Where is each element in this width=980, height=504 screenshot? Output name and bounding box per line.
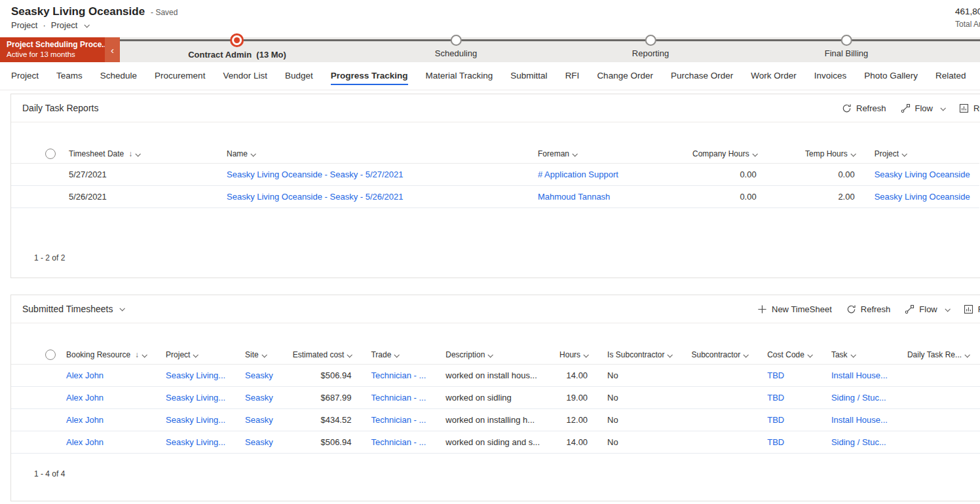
tab-invoices[interactable]: Invoices (814, 62, 847, 90)
column-header-task[interactable]: Task (821, 346, 897, 364)
link-foreman[interactable]: # Application Support (538, 170, 618, 179)
tab-related[interactable]: Related (935, 62, 966, 90)
refresh-icon (842, 103, 852, 113)
column-header-estimated-cost[interactable]: Estimated cost (282, 346, 361, 364)
column-header-trade[interactable]: Trade (360, 346, 435, 364)
link-project[interactable]: Seasky Living Oceanside (875, 170, 970, 179)
process-stage-contract-admin-13-mo[interactable]: Contract Admin (13 Mo) (188, 33, 286, 60)
link-trade[interactable]: Technician - ... (371, 370, 426, 380)
tab-schedule[interactable]: Schedule (100, 62, 137, 90)
link-project[interactable]: Seasky Living... (166, 437, 225, 447)
link-task[interactable]: Siding / Stuc... (831, 393, 886, 403)
row-select-cell[interactable] (11, 408, 56, 431)
tab-progress-tracking[interactable]: Progress Tracking (331, 62, 408, 90)
link-task[interactable]: Siding / Stuc... (831, 437, 886, 447)
table-row[interactable]: 5/26/2021Seasky Living Oceanside - Seask… (11, 185, 979, 207)
tab-change-order[interactable]: Change Order (597, 62, 653, 90)
link-task[interactable]: Install House... (831, 370, 888, 380)
link-project[interactable]: Seasky Living... (166, 415, 225, 425)
tab-project[interactable]: Project (11, 62, 39, 90)
process-stage-scheduling[interactable]: Scheduling (435, 35, 477, 58)
link-booking-resource[interactable]: Alex John (66, 415, 104, 425)
column-header-hours[interactable]: Hours (549, 346, 597, 364)
tab-submittal[interactable]: Submittal (510, 62, 547, 90)
tab-work-order[interactable]: Work Order (751, 62, 797, 90)
column-header-name[interactable]: Name (216, 145, 527, 163)
new-timesheet-button[interactable]: New TimeSheet (757, 304, 832, 314)
stage-label: Contract Admin (13 Mo) (188, 50, 286, 60)
process-stage-final-billing[interactable]: Final Billing (825, 35, 868, 58)
row-select-cell[interactable] (11, 431, 56, 453)
tab-vendor-list[interactable]: Vendor List (223, 62, 267, 90)
table-row[interactable]: Alex JohnSeasky Living...Seasky$687.99Te… (11, 386, 980, 408)
tab-rfi[interactable]: RFI (565, 62, 580, 90)
flow-button[interactable]: Flow (901, 103, 945, 113)
tab-material-tracking[interactable]: Material Tracking (426, 62, 493, 90)
refresh-button[interactable]: Refresh (846, 304, 891, 314)
link-trade[interactable]: Technician - ... (371, 393, 426, 403)
row-select-cell[interactable] (11, 386, 56, 408)
link-site[interactable]: Seasky (245, 415, 273, 425)
column-header-cost-code[interactable]: Cost Code (757, 346, 821, 364)
cell-name: Seasky Living Oceanside - Seasky - 5/26/… (216, 185, 527, 207)
process-flow-badge[interactable]: Project Scheduling Proce... Active for 1… (0, 37, 105, 62)
column-header-subcontractor[interactable]: Subcontractor (681, 346, 757, 364)
link-booking-resource[interactable]: Alex John (66, 437, 104, 447)
tab-photo-gallery[interactable]: Photo Gallery (864, 62, 918, 90)
column-header-project[interactable]: Project (155, 346, 235, 364)
flow-button[interactable]: Flow (905, 304, 949, 314)
run-report-button[interactable]: Run R (959, 103, 980, 113)
link-site[interactable]: Seasky (245, 437, 273, 447)
column-header-timesheet-date[interactable]: Timesheet Date↓ (58, 145, 216, 163)
link-name[interactable]: Seasky Living Oceanside - Seasky - 5/26/… (227, 192, 404, 202)
process-flow-collapse-button[interactable]: ‹ (105, 37, 120, 62)
link-cost-code[interactable]: TBD (767, 415, 784, 425)
row-select-cell[interactable] (11, 163, 58, 185)
link-trade[interactable]: Technician - ... (371, 437, 426, 447)
table-row[interactable]: 5/27/2021Seasky Living Oceanside - Seask… (11, 163, 979, 185)
link-cost-code[interactable]: TBD (767, 437, 784, 447)
link-foreman[interactable]: Mahmoud Tannash (538, 192, 610, 202)
link-booking-resource[interactable]: Alex John (66, 393, 104, 403)
select-all-checkbox[interactable] (45, 149, 56, 159)
process-stage-reporting[interactable]: Reporting (632, 35, 669, 58)
link-cost-code[interactable]: TBD (767, 393, 784, 403)
link-trade[interactable]: Technician - ... (371, 415, 426, 425)
row-select-cell[interactable] (11, 185, 58, 207)
link-booking-resource[interactable]: Alex John (66, 370, 104, 380)
column-header-site[interactable]: Site (235, 346, 282, 364)
column-header-daily-task-re[interactable]: Daily Task Re... (897, 346, 978, 364)
link-project[interactable]: Seasky Living... (166, 393, 225, 403)
column-header-booking-resource[interactable]: Booking Resource↓ (56, 346, 155, 364)
column-header-is-subcontractor[interactable]: Is Subcontractor (597, 346, 681, 364)
tab-budget[interactable]: Budget (285, 62, 313, 90)
table-row[interactable]: Alex JohnSeasky Living...Seasky$506.94Te… (11, 431, 980, 453)
link-project[interactable]: Seasky Living... (166, 370, 225, 380)
column-label: Hours (559, 350, 580, 359)
tab-procurement[interactable]: Procurement (155, 62, 205, 90)
column-header-temp-hours[interactable]: Temp Hours (766, 145, 864, 163)
tab-purchase-order[interactable]: Purchase Order (671, 62, 733, 90)
link-name[interactable]: Seasky Living Oceanside - Seasky - 5/27/… (227, 170, 404, 179)
table-row[interactable]: Alex JohnSeasky Living...Seasky$506.94Te… (11, 364, 980, 386)
record-header: Seasky Living Oceanside- Saved Project ·… (0, 0, 980, 37)
link-site[interactable]: Seasky (245, 370, 273, 380)
column-header-foreman[interactable]: Foreman (527, 145, 682, 163)
column-header-company-hours[interactable]: Company Hours (682, 145, 766, 163)
run-report-button[interactable]: Run R (964, 304, 980, 314)
select-all-checkbox[interactable] (45, 350, 56, 360)
view-selector[interactable]: Project (51, 20, 88, 30)
link-project[interactable]: Seasky Living Oceanside (875, 192, 970, 202)
refresh-button[interactable]: Refresh (842, 103, 886, 113)
row-select-cell[interactable] (11, 364, 56, 386)
table-row[interactable]: Alex JohnSeasky Living...Seasky$434.52Te… (11, 408, 980, 431)
link-task[interactable]: Install House... (831, 415, 888, 425)
link-cost-code[interactable]: TBD (767, 370, 784, 380)
breadcrumb-entity[interactable]: Project (11, 20, 37, 30)
column-header-description[interactable]: Description (435, 346, 549, 364)
section-title-dropdown[interactable]: Submitted Timesheets (22, 304, 124, 314)
tab-teams[interactable]: Teams (56, 62, 83, 90)
process-status: Active for 13 months (7, 50, 105, 59)
column-header-project[interactable]: Project (864, 145, 979, 163)
link-site[interactable]: Seasky (245, 393, 273, 403)
